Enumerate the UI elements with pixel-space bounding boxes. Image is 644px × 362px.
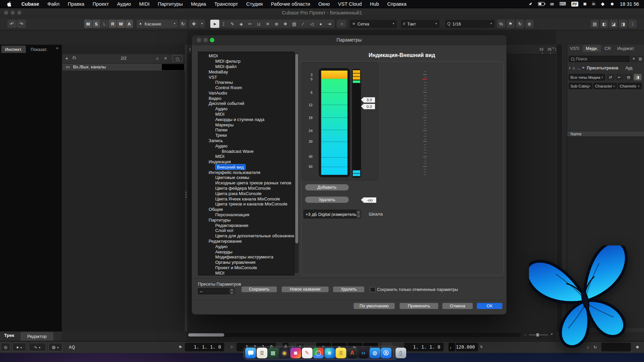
prefs-item-22[interactable]: Интерфейс пользователя	[198, 170, 294, 175]
name-column-header[interactable]: Name	[567, 131, 644, 137]
lane-icon[interactable]: ≣	[525, 20, 533, 28]
track-row-io-channels[interactable]: ▭ Вх./Вых. каналы	[62, 64, 185, 71]
tree-scrollbar-thumb[interactable]	[295, 54, 298, 243]
panel-splitter[interactable]	[185, 45, 187, 331]
scrub-tool[interactable]: ◁	[308, 20, 316, 28]
window-titlebar[interactable]: Cubase Pro Проект - Безымянный1	[0, 8, 644, 18]
audio-activity-group[interactable]: ∿ ▼	[29, 343, 46, 351]
dock-icon-photos[interactable]: ◉	[279, 348, 290, 358]
prefs-item-2[interactable]: MIDI файл	[198, 64, 294, 69]
filter-subcateg[interactable]: Sub Categ▼	[569, 83, 592, 89]
preset-select[interactable]: – ∧∨	[198, 288, 234, 294]
prefs-item-27[interactable]: Цвета Ячеек канала MixConsole	[198, 196, 294, 201]
prefs-item-23[interactable]: Цветовые схемы	[198, 175, 294, 180]
setup-toolbar-icon[interactable]: ⋮	[628, 20, 636, 28]
tempo-display[interactable]: 120.000	[456, 343, 478, 351]
prefs-item-30[interactable]: Персонализация	[198, 212, 294, 218]
list-icon[interactable]: ≡	[164, 56, 167, 60]
prefs-item-17[interactable]: Аудио	[198, 143, 294, 149]
prefs-item-15[interactable]: Треки	[198, 133, 294, 138]
tab-[interactable]: Меди.	[583, 45, 601, 52]
hand-tool[interactable]: ✥	[281, 20, 290, 28]
right-zone-icon[interactable]: ◨	[619, 20, 627, 28]
rewind-icon[interactable]: ⇤	[616, 74, 624, 80]
meter-handle-segment[interactable]	[353, 80, 360, 83]
prefs-item-3[interactable]: MediaBay	[198, 69, 294, 75]
prefs-item-20[interactable]: Индикация	[198, 159, 294, 165]
global-m-button[interactable]: M	[84, 20, 92, 28]
prefs-item-31[interactable]: Партитуры	[198, 218, 294, 223]
prefs-item-16[interactable]: Запись	[198, 138, 294, 143]
dock-icon-messages[interactable]	[245, 348, 256, 358]
menu-item-1[interactable]: Cubase	[17, 1, 43, 7]
global-l-button[interactable]: L	[101, 20, 108, 28]
meter-handle-strip[interactable]	[352, 69, 361, 178]
prefs-item-24[interactable]: Исходные цвета треков разных типов	[198, 180, 294, 186]
prefs-item-26[interactable]: Цвета рэка MixConsole	[198, 191, 294, 196]
prefs-item-1[interactable]: MIDI фильтр	[198, 59, 294, 64]
tab-vsti[interactable]: VSTi	[567, 45, 582, 52]
menu-item-7[interactable]: Партитуры	[154, 1, 187, 7]
erase-tool[interactable]: ◈	[237, 20, 246, 28]
search-track-button[interactable]	[172, 55, 182, 62]
global-s-button[interactable]: S	[93, 20, 100, 28]
prefs-item-32[interactable]: Редактирование	[198, 223, 294, 228]
skull-icon[interactable]: ☠	[592, 0, 596, 8]
dock-icon-edge[interactable]: e	[324, 348, 335, 358]
tree-scrollbar[interactable]	[294, 53, 299, 274]
redo-button[interactable]: ↷	[17, 20, 26, 28]
menu-item-11[interactable]: Рабочие области	[267, 1, 314, 7]
tab-editor[interactable]: Редактор	[20, 332, 53, 341]
menu-item-8[interactable]: Медиа	[187, 1, 210, 7]
prefs-item-6[interactable]: Control Room	[198, 85, 294, 90]
menu-item-10[interactable]: Студия	[242, 1, 267, 7]
prefs-item-40[interactable]: Проект и MixConsole	[198, 265, 294, 270]
object-select-tool[interactable]: ➤	[210, 20, 219, 28]
tab-[interactable]: Инспект.	[1, 46, 26, 53]
marked-only-checkbox[interactable]	[370, 287, 375, 292]
spinner-icon[interactable]: ∧∨	[229, 289, 234, 294]
meter-handle-segment[interactable]	[353, 77, 360, 79]
user-status-icon[interactable]: ☻	[610, 0, 614, 8]
filter-character[interactable]: Character▼	[593, 83, 617, 89]
dock-icon-designer[interactable]: ✎	[302, 348, 312, 358]
prefs-item-12[interactable]: Аккорды и ступени лада	[198, 117, 294, 122]
automation-mode-select[interactable]: ▲ Касание ▼	[137, 20, 178, 28]
tab-cr[interactable]: CR	[602, 45, 614, 52]
ok-button[interactable]: ОК	[477, 303, 502, 309]
apply-button[interactable]: Применить	[399, 303, 438, 309]
prefs-item-4[interactable]: VST	[198, 74, 294, 80]
meter-top-handle-value[interactable]: 3.0	[364, 97, 375, 103]
menu-item-9[interactable]: Транспорт	[210, 1, 242, 7]
keyboard-viewer-icon[interactable]: ⌨	[559, 0, 566, 8]
shuffle-icon[interactable]: ⇄	[607, 74, 614, 80]
prefs-item-28[interactable]: Цвета треков и каналов MixConsole	[198, 201, 294, 207]
prefs-item-41[interactable]: MIDI	[198, 270, 294, 275]
panel-icon[interactable]: ◨	[634, 74, 641, 80]
prefs-item-14[interactable]: Папки	[198, 127, 294, 133]
back-icon[interactable]: ‹	[569, 65, 571, 70]
meter-handle-segment[interactable]	[353, 73, 360, 76]
tab-[interactable]: Показат.	[27, 46, 51, 53]
pin-icon[interactable]: ✒	[527, 0, 535, 8]
grid-type-select[interactable]: # Такт ▼	[401, 20, 439, 28]
prefs-item-35[interactable]: Редактирование	[198, 239, 294, 244]
tab-[interactable]: Индикат.	[614, 45, 638, 52]
autoscroll-tool[interactable]: ➜	[325, 20, 334, 28]
prefs-item-10[interactable]: Аудио	[198, 106, 294, 112]
dock-icon-devtool[interactable]: ▦	[268, 348, 278, 358]
prefs-item-36[interactable]: Аудио	[198, 244, 294, 249]
left-locator-display[interactable]: 1. 1. 1. 0	[185, 343, 224, 351]
filters-icon[interactable]: ▤	[625, 74, 632, 80]
media-search-input[interactable]: Поиск	[569, 56, 630, 62]
lower-zone-icon[interactable]: ◪	[609, 20, 618, 28]
prefs-item-33[interactable]: Слой нот	[198, 228, 294, 233]
apple-icon[interactable]	[7, 1, 12, 7]
home-icon[interactable]: ⌂	[573, 65, 575, 70]
preset-delete-button[interactable]: Удалить	[333, 287, 364, 292]
meter-handle-segment[interactable]	[353, 173, 360, 176]
app-status-icon[interactable]: ◙	[584, 0, 586, 8]
dock-icon-notes[interactable]: ≣	[257, 348, 267, 358]
zoom-out-icon[interactable]: −	[524, 333, 526, 337]
breadcrumb-path[interactable]: Пресетытреков	[587, 65, 619, 70]
